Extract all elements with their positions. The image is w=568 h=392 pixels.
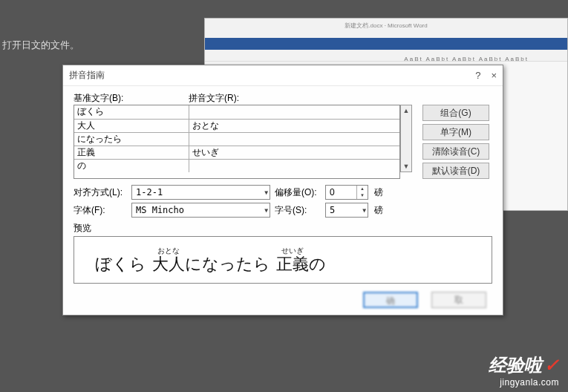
word-style-gallery: AaBt AaBbt AaBbt AaBbt AaBbt	[404, 56, 529, 62]
word-quick-access	[205, 38, 567, 50]
preview-ruby: おとな	[157, 246, 180, 255]
preview-base: ぼくら	[95, 255, 146, 274]
ruby-cell[interactable]	[189, 160, 399, 172]
preview-base: の	[309, 255, 326, 274]
base-cell[interactable]: 大人	[74, 120, 189, 132]
base-cell[interactable]: になったら	[74, 133, 189, 146]
table-row: 正義 せいぎ	[74, 146, 399, 159]
watermark-brand: 经验啦	[489, 353, 542, 377]
ruby-cell[interactable]: せいぎ	[189, 146, 399, 159]
label-alignment: 对齐方式(L):	[74, 186, 127, 199]
grid-scrollbar[interactable]: ▲ ▼	[400, 105, 412, 172]
table-row: の	[74, 159, 399, 172]
label-ruby-text: 拼音文字(R):	[189, 92, 239, 105]
dialog-content: 基准文字(B): 拼音文字(R): ぼくら 大人 おとな になったら 正義	[63, 86, 503, 290]
chevron-down-icon: ▼	[264, 207, 268, 214]
base-cell[interactable]: の	[74, 160, 189, 172]
alignment-value: 1-2-1	[136, 187, 264, 197]
table-row: 大人 おとな	[74, 119, 399, 132]
ruby-cell[interactable]	[189, 105, 399, 119]
preview-box: ぼくら おとな 大人 になったら せいぎ 正義	[74, 236, 492, 284]
spin-up-icon[interactable]: ▲	[357, 186, 368, 192]
size-select[interactable]: 5 ▼	[325, 203, 368, 218]
preview-ruby: せいぎ	[281, 246, 304, 255]
label-font: 字体(F):	[74, 204, 127, 217]
default-reading-button[interactable]: 默认读音(D)	[422, 163, 489, 179]
table-row: になったら	[74, 132, 399, 146]
table-row: ぼくら	[74, 105, 399, 119]
label-base-text: 基准文字(B):	[74, 92, 189, 105]
base-cell[interactable]: 正義	[74, 146, 189, 159]
ruby-cell[interactable]: おとな	[189, 120, 399, 132]
size-value: 5	[330, 205, 362, 215]
label-size: 字号(S):	[275, 204, 321, 217]
base-ruby-grid: ぼくら 大人 おとな になったら 正義 せいぎ の	[74, 105, 400, 179]
alignment-select[interactable]: 1-2-1 ▼	[131, 185, 270, 200]
watermark: 经验啦 ✓ jingyanla.com	[489, 353, 559, 388]
dialog-titlebar: 拼音指南 ? ×	[63, 65, 503, 86]
offset-unit: 磅	[374, 186, 383, 199]
preview-base: 正義	[276, 255, 309, 274]
font-value: MS Mincho	[136, 205, 264, 215]
label-preview: 预览	[74, 222, 492, 235]
scroll-down-icon[interactable]: ▼	[403, 161, 410, 172]
watermark-url: jingyanla.com	[500, 377, 559, 388]
size-unit: 磅	[374, 204, 383, 217]
preview-base: になったら	[185, 255, 270, 274]
chevron-down-icon: ▼	[362, 207, 366, 214]
scroll-up-icon[interactable]: ▲	[403, 105, 410, 116]
preview-base: 大人	[152, 255, 185, 274]
cancel-button[interactable]: 取	[431, 292, 486, 308]
ok-button[interactable]: 确	[363, 292, 418, 308]
combine-button[interactable]: 组合(G)	[422, 105, 489, 121]
word-window-title: 新建文档.docx · Microsoft Word	[345, 22, 427, 30]
offset-value: 0	[326, 187, 356, 197]
spin-down-icon[interactable]: ▼	[357, 192, 368, 199]
background-text: 打开日文的文件。	[2, 39, 79, 52]
label-offset: 偏移量(O):	[275, 186, 321, 199]
chevron-down-icon: ▼	[264, 189, 268, 196]
single-char-button[interactable]: 单字(M)	[422, 124, 489, 140]
close-icon[interactable]: ×	[491, 70, 497, 81]
offset-spinner[interactable]: 0 ▲ ▼	[325, 185, 368, 200]
dialog-title: 拼音指南	[69, 69, 105, 82]
base-cell[interactable]: ぼくら	[74, 105, 189, 119]
font-select[interactable]: MS Mincho ▼	[131, 203, 270, 218]
help-icon[interactable]: ?	[475, 70, 480, 81]
clear-reading-button[interactable]: 清除读音(C)	[422, 143, 489, 160]
phonetic-guide-dialog: 拼音指南 ? × 基准文字(B): 拼音文字(R): ぼくら 大人 おとな にな	[62, 65, 503, 316]
check-icon: ✓	[544, 355, 559, 376]
ruby-cell[interactable]	[189, 133, 399, 146]
